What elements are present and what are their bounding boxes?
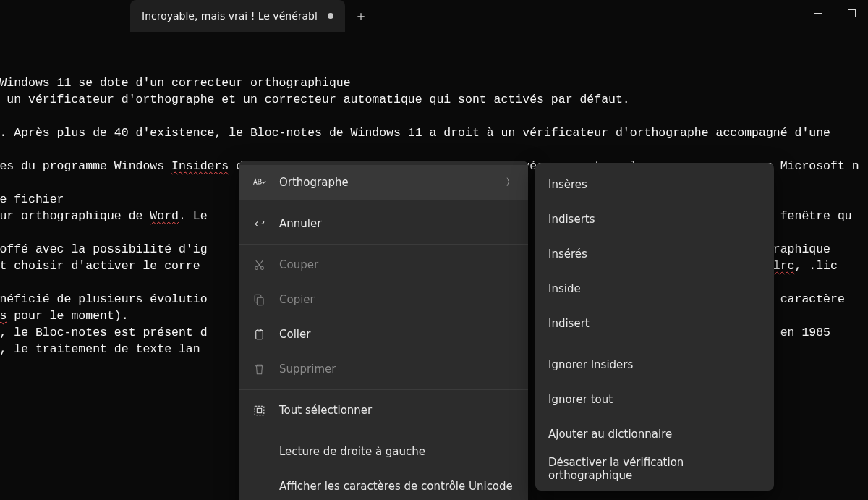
- unsaved-indicator-icon: [328, 13, 333, 19]
- menu-label: Insères: [548, 178, 761, 191]
- svg-rect-5: [255, 406, 264, 415]
- document-tab[interactable]: Incroyable, mais vrai ! Le vénérabl: [130, 0, 345, 32]
- suggestion-item[interactable]: Indiserts: [535, 202, 774, 237]
- svg-point-1: [260, 266, 263, 269]
- tab-title: Incroyable, mais vrai ! Le vénérabl: [142, 10, 318, 22]
- copy-icon: [252, 292, 266, 307]
- menu-separator: [535, 344, 774, 344]
- menu-label: Inside: [548, 282, 761, 295]
- misspelled-word[interactable]: nsiders: [0, 309, 7, 323]
- maximize-button[interactable]: [835, 0, 868, 26]
- misspelled-word[interactable]: Word: [150, 209, 179, 223]
- minimize-button[interactable]: [801, 0, 835, 26]
- menu-label: Coller: [279, 328, 515, 341]
- new-tab-button[interactable]: ＋: [345, 0, 377, 32]
- menu-label: Ignorer tout: [548, 393, 761, 406]
- menu-label: Indisert: [548, 317, 761, 330]
- menu-item-spelling[interactable]: Orthographe 〉: [239, 165, 528, 200]
- paste-icon: [252, 327, 266, 342]
- menu-label: Tout sélectionner: [279, 404, 515, 417]
- svg-rect-6: [257, 408, 261, 412]
- text-line: reçoit un vérificateur d'orthographe et …: [0, 93, 630, 106]
- menu-item-add-dictionary[interactable]: Ajouter au dictionnaire: [535, 417, 774, 452]
- minimize-icon: [814, 13, 822, 14]
- plus-icon: ＋: [354, 7, 367, 25]
- text-line: es de Windows 11 se dote d'un correcteur…: [0, 76, 351, 90]
- misspelled-word[interactable]: Insiders: [171, 159, 229, 173]
- misspelled-word[interactable]: lrc: [773, 259, 795, 273]
- context-menu: Orthographe 〉 Annuler Couper Copier Coll…: [239, 161, 528, 500]
- menu-item-delete: Supprimer: [239, 352, 528, 386]
- menu-label: Supprimer: [279, 363, 515, 376]
- menu-separator: [239, 244, 528, 245]
- suggestion-item[interactable]: Inside: [535, 271, 774, 306]
- menu-item-copy: Copier: [239, 282, 528, 317]
- menu-label: Désactiver la vérification orthographiqu…: [548, 456, 761, 482]
- suggestion-item[interactable]: Indisert: [535, 306, 774, 341]
- menu-item-disable-spellcheck[interactable]: Désactiver la vérification orthographiqu…: [535, 452, 774, 486]
- menu-label: Ajouter au dictionnaire: [548, 428, 761, 441]
- menu-item-undo[interactable]: Annuler: [239, 206, 528, 241]
- maximize-icon: [848, 9, 856, 17]
- text-line: nsiders pour le moment).: [0, 309, 129, 323]
- menu-label: Orthographe: [279, 176, 493, 189]
- menu-label: Insérés: [548, 247, 761, 260]
- menu-item-select-all[interactable]: Tout sélectionner: [239, 393, 528, 428]
- suggestion-item[interactable]: Insérés: [535, 237, 774, 271]
- menu-label: Lecture de droite à gauche: [279, 445, 515, 458]
- title-bar: Incroyable, mais vrai ! Le vénérabl ＋: [0, 0, 868, 32]
- trash-icon: [252, 362, 266, 376]
- cut-icon: [252, 258, 266, 272]
- text-line: type de fichier: [0, 192, 64, 206]
- menu-item-ignore[interactable]: Ignorer Insiders: [535, 347, 774, 382]
- menu-item-ignore-all[interactable]: Ignorer tout: [535, 382, 774, 417]
- chevron-right-icon: 〉: [506, 176, 515, 189]
- window-controls: [801, 0, 868, 26]
- suggestion-item[interactable]: Insères: [535, 167, 774, 202]
- menu-item-paste[interactable]: Coller: [239, 317, 528, 352]
- menu-label: Annuler: [279, 217, 515, 230]
- menu-item-show-unicode-ctrl[interactable]: Afficher les caractères de contrôle Unic…: [239, 469, 528, 500]
- svg-rect-2: [257, 297, 263, 305]
- menu-separator: [239, 431, 528, 431]
- spelling-submenu: Insères Indiserts Insérés Inside Indiser…: [535, 163, 774, 491]
- select-all-icon: [252, 403, 266, 418]
- menu-separator: [239, 203, 528, 203]
- undo-icon: [252, 216, 266, 231]
- menu-label: Afficher les caractères de contrôle Unic…: [279, 480, 515, 493]
- menu-label: Couper: [279, 258, 515, 271]
- menu-label: Indiserts: [548, 213, 761, 226]
- menu-separator: [239, 389, 528, 390]
- spellcheck-icon: [252, 175, 266, 190]
- menu-label: Copier: [279, 293, 515, 306]
- svg-point-0: [255, 266, 258, 269]
- menu-item-cut: Couper: [239, 247, 528, 282]
- text-line: e dire. Après plus de 40 d'existence, le…: [0, 126, 830, 140]
- text-line: ordPad, le traitement de texte lan: [0, 342, 200, 356]
- menu-item-rtl[interactable]: Lecture de droite à gauche: [239, 434, 528, 469]
- menu-label: Ignorer Insiders: [548, 358, 761, 371]
